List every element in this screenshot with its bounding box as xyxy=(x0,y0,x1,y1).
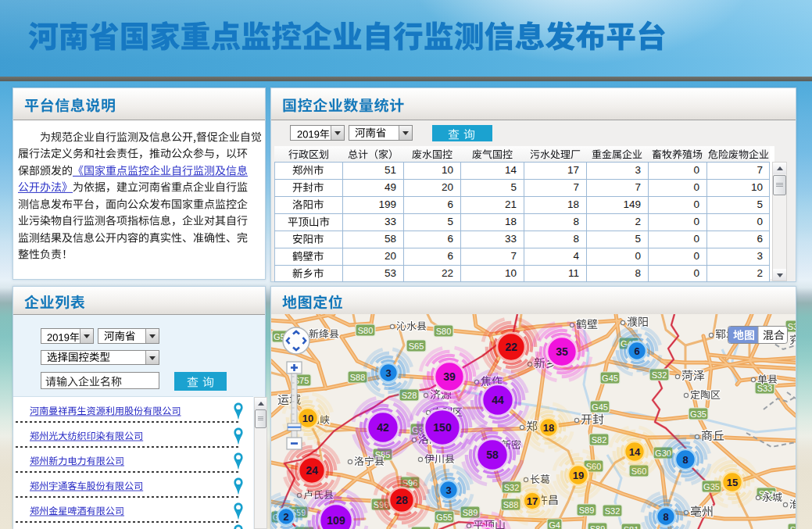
svg-text:58: 58 xyxy=(486,449,499,461)
svg-text:G35: G35 xyxy=(690,409,706,419)
svg-text:24: 24 xyxy=(306,464,318,477)
svg-text:3: 3 xyxy=(385,367,391,379)
svg-text:35: 35 xyxy=(556,345,568,358)
svg-text:15: 15 xyxy=(727,477,738,488)
svg-text:S88: S88 xyxy=(350,373,366,382)
svg-text:44: 44 xyxy=(492,394,504,406)
svg-text:8: 8 xyxy=(663,511,668,523)
svg-text:18: 18 xyxy=(543,422,554,434)
svg-text:10: 10 xyxy=(302,413,313,424)
svg-text:S82: S82 xyxy=(592,435,607,445)
svg-text:S81: S81 xyxy=(624,525,639,529)
svg-text:3: 3 xyxy=(445,484,451,496)
svg-text:14: 14 xyxy=(629,446,641,458)
svg-text:G45: G45 xyxy=(602,374,618,383)
svg-text:S73: S73 xyxy=(790,525,796,529)
svg-text:S80: S80 xyxy=(436,327,452,336)
svg-text:8: 8 xyxy=(682,454,688,466)
svg-text:S32: S32 xyxy=(652,370,667,380)
svg-text:17: 17 xyxy=(527,495,538,507)
svg-text:39: 39 xyxy=(443,370,456,383)
svg-text:28: 28 xyxy=(395,494,408,506)
svg-text:6: 6 xyxy=(634,345,639,357)
svg-text:S32: S32 xyxy=(605,506,621,516)
svg-text:150: 150 xyxy=(433,421,452,434)
svg-text:S33: S33 xyxy=(788,322,796,331)
svg-text:19: 19 xyxy=(573,470,584,481)
svg-text:S89: S89 xyxy=(590,524,606,529)
svg-text:42: 42 xyxy=(377,421,389,434)
svg-text:S65: S65 xyxy=(409,341,424,351)
svg-text:109: 109 xyxy=(327,514,345,527)
svg-text:S33: S33 xyxy=(757,384,773,393)
svg-text:S80: S80 xyxy=(358,326,374,335)
svg-text:G45: G45 xyxy=(592,402,608,412)
svg-text:2: 2 xyxy=(283,511,288,523)
svg-text:22: 22 xyxy=(505,341,517,353)
svg-text:S89: S89 xyxy=(579,506,595,515)
svg-text:G4: G4 xyxy=(549,520,560,529)
